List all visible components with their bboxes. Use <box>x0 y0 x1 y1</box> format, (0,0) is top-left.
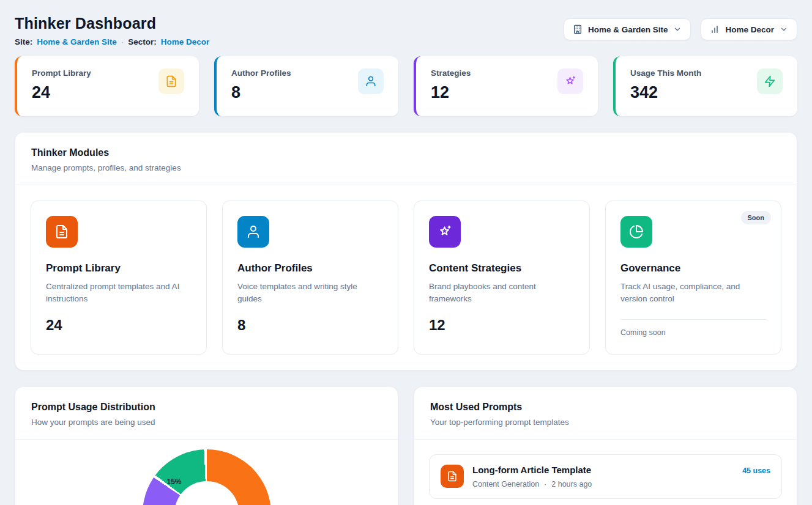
soon-badge: Soon <box>741 211 772 224</box>
most-used-prompts-panel: Most Used Prompts Your top-performing pr… <box>414 386 797 505</box>
stat-info: Author Profiles 8 <box>231 68 291 102</box>
stat-label: Strategies <box>431 68 471 78</box>
usage-panel-title: Prompt Usage Distribution <box>31 402 382 413</box>
stat-label: Usage This Month <box>630 68 701 78</box>
divider <box>620 319 766 320</box>
thinker-modules-panel: Thinker Modules Manage prompts, profiles… <box>15 132 797 370</box>
sector-label: Sector: <box>128 37 157 46</box>
prompt-item-uses-badge: 45 uses <box>742 466 770 475</box>
prompt-item-category: Content Generation <box>472 480 539 488</box>
module-card-governance[interactable]: Soon Governance Track AI usage, complian… <box>605 201 781 355</box>
site-label: Site: <box>15 37 32 46</box>
modules-panel-title: Thinker Modules <box>31 147 781 158</box>
prompt-item-meta: Content Generation · 2 hours ago <box>472 480 734 488</box>
donut-segment-label: 15% <box>167 477 182 486</box>
list-item-long-form-article-template[interactable]: Long-form Article Template Content Gener… <box>429 454 782 499</box>
person-icon <box>358 68 384 94</box>
module-card-prompt-library[interactable]: Prompt Library Centralized prompt templa… <box>31 201 207 355</box>
modules-panel-header: Thinker Modules Manage prompts, profiles… <box>15 133 797 185</box>
module-count: 12 <box>429 317 575 334</box>
stat-value: 8 <box>231 83 291 102</box>
document-icon <box>441 465 464 488</box>
module-card-author-profiles[interactable]: Author Profiles Voice templates and writ… <box>222 201 398 355</box>
site-dropdown-label: Home & Garden Site <box>588 25 668 34</box>
person-icon <box>237 216 269 248</box>
module-description: Centralized prompt templates and AI inst… <box>46 281 192 306</box>
module-count: 24 <box>46 317 192 334</box>
prompt-item-time: 2 hours ago <box>551 480 592 488</box>
stat-value: 24 <box>32 83 91 102</box>
stat-info: Prompt Library 24 <box>32 68 91 102</box>
chevron-down-icon <box>780 25 788 34</box>
stat-info: Usage This Month 342 <box>630 68 701 102</box>
module-card-content-strategies[interactable]: Content Strategies Brand playbooks and c… <box>414 201 590 355</box>
star-sparkle-icon <box>557 68 583 94</box>
modules-panel-subtitle: Manage prompts, profiles, and strategies <box>31 163 781 172</box>
document-icon <box>158 68 184 94</box>
usage-panel-header: Prompt Usage Distribution How your promp… <box>15 387 398 439</box>
module-title: Author Profiles <box>237 262 383 275</box>
bar-chart-icon <box>710 24 720 34</box>
most-used-panel-header: Most Used Prompts Your top-performing pr… <box>414 387 797 439</box>
donut-chart: 15% <box>143 449 271 505</box>
stat-value: 342 <box>630 83 701 102</box>
dashboard-page: Thinker Dashboard Site: Home & Garden Si… <box>0 0 812 505</box>
header-actions: Home & Garden Site Home Decor <box>564 18 797 40</box>
separator-dot: · <box>544 480 546 488</box>
bottom-row: Prompt Usage Distribution How your promp… <box>15 386 797 505</box>
site-sector-breadcrumb: Site: Home & Garden Site · Sector: Home … <box>15 37 209 46</box>
prompt-list: Long-form Article Template Content Gener… <box>414 440 797 505</box>
pie-chart-icon <box>620 216 652 248</box>
header-left: Thinker Dashboard Site: Home & Garden Si… <box>15 15 209 46</box>
module-title: Prompt Library <box>46 262 192 275</box>
lightning-icon <box>757 68 783 94</box>
chevron-down-icon <box>673 25 682 34</box>
header: Thinker Dashboard Site: Home & Garden Si… <box>15 15 797 46</box>
document-icon <box>46 216 78 248</box>
stat-info: Strategies 12 <box>431 68 471 102</box>
most-used-panel-subtitle: Your top-performing prompt templates <box>430 418 781 427</box>
module-title: Governance <box>620 262 766 275</box>
module-count: 8 <box>237 317 383 334</box>
building-icon <box>573 24 583 34</box>
module-description: Voice templates and writing style guides <box>237 281 383 306</box>
most-used-panel-title: Most Used Prompts <box>430 402 781 413</box>
sector-dropdown-label: Home Decor <box>725 25 774 34</box>
module-description: Track AI usage, compliance, and version … <box>620 281 766 306</box>
stat-card-usage: Usage This Month 342 <box>613 56 797 116</box>
star-sparkle-icon <box>429 216 461 248</box>
usage-panel-subtitle: How your prompts are being used <box>31 418 382 427</box>
stat-card-prompt-library: Prompt Library 24 <box>15 56 199 116</box>
module-description: Brand playbooks and content frameworks <box>429 281 575 306</box>
sector-dropdown-button[interactable]: Home Decor <box>701 18 797 40</box>
prompt-item-body: Long-form Article Template Content Gener… <box>472 465 734 488</box>
page-title: Thinker Dashboard <box>15 15 209 32</box>
coming-soon-text: Coming soon <box>620 328 766 337</box>
stat-label: Prompt Library <box>32 68 91 78</box>
donut-chart-area: 15% <box>15 440 398 505</box>
module-title: Content Strategies <box>429 262 575 275</box>
stat-value: 12 <box>431 83 471 102</box>
stat-label: Author Profiles <box>231 68 291 78</box>
sector-link[interactable]: Home Decor <box>161 37 210 46</box>
site-link[interactable]: Home & Garden Site <box>37 37 117 46</box>
prompt-usage-panel: Prompt Usage Distribution How your promp… <box>15 386 398 505</box>
separator-dot: · <box>121 37 124 46</box>
stat-card-strategies: Strategies 12 <box>414 56 598 116</box>
modules-grid: Prompt Library Centralized prompt templa… <box>15 185 797 370</box>
site-dropdown-button[interactable]: Home & Garden Site <box>564 18 691 40</box>
stat-cards-row: Prompt Library 24 Author Profiles 8 Stra… <box>15 56 797 116</box>
stat-card-author-profiles: Author Profiles 8 <box>214 56 398 116</box>
prompt-item-title: Long-form Article Template <box>472 465 734 475</box>
